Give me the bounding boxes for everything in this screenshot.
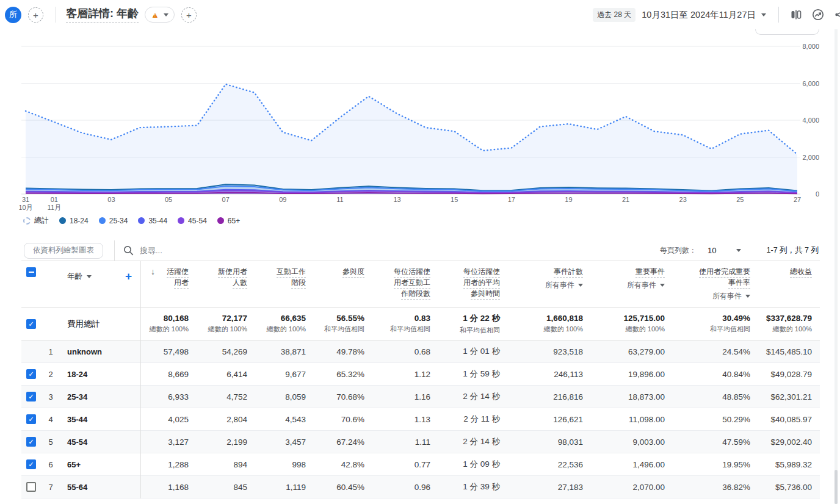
column-header-5[interactable]: 每位活躍使用者互動工作階段數 [365, 261, 431, 300]
row-metric-9: 40.84% [665, 370, 751, 379]
column-header-8[interactable]: 重要事件所有事件 [584, 261, 665, 290]
column-header-6[interactable]: 每位活躍使用者的平均參與時間 [431, 261, 501, 300]
chart-legend: 總計18-2425-3435-4445-5465+ [23, 215, 240, 226]
row-metric-9: 47.59% [665, 437, 751, 447]
account-badge[interactable]: 所 [5, 7, 21, 23]
row-metric-5: 0.96 [365, 483, 431, 492]
page-title[interactable]: 客層詳情: 年齡 [66, 6, 139, 23]
chart-plot-area[interactable] [0, 29, 840, 206]
event-filter-dropdown[interactable]: 所有事件 [584, 280, 665, 290]
column-header-1[interactable]: ↓活躍使用者 [140, 261, 189, 289]
row-dimension-value[interactable]: 18-24 [60, 370, 140, 379]
dimension-chevron-icon[interactable] [87, 275, 92, 278]
column-header-text: 作階段數 [401, 289, 430, 300]
row-metric-5: 1.13 [365, 415, 431, 424]
rows-per-page-value[interactable]: 10 [708, 246, 716, 255]
data-quality-warning-button[interactable] [145, 7, 175, 23]
ga4-report-screen: 所 客層詳情: 年齡 過去 28 天 10月31日至 2024年11月27日 [0, 0, 840, 504]
row-dimension-value[interactable]: 55-64 [60, 483, 140, 492]
row-dimension-value[interactable]: 35-44 [60, 415, 140, 424]
row-checkbox[interactable] [26, 414, 36, 424]
insights-icon[interactable] [811, 8, 825, 21]
row-metric-6: 2 分 14 秒 [431, 436, 501, 447]
event-filter-dropdown[interactable]: 所有事件 [501, 280, 583, 290]
row-checkbox-cell[interactable] [21, 453, 41, 475]
row-metric-3: 9,677 [248, 370, 306, 379]
row-metric-4: 49.78% [306, 347, 365, 356]
totals-checkbox[interactable] [26, 319, 36, 329]
event-filter-dropdown[interactable]: 所有事件 [665, 291, 750, 301]
row-checkbox-cell[interactable] [21, 476, 41, 498]
column-header-2[interactable]: 新使用者人數 [189, 261, 248, 289]
totals-subtext: 總數的 100% [248, 325, 306, 334]
column-header-9[interactable]: 使用者完成重要事件率所有事件 [665, 261, 751, 301]
search-icon [123, 245, 134, 256]
row-checkbox[interactable] [26, 482, 36, 492]
pagination-status: 1-7 列，共 7 列 [767, 245, 819, 256]
legend-item-35-44[interactable]: 35-44 [138, 217, 167, 225]
select-all-checkbox[interactable] [26, 267, 36, 277]
totals-label-cell: 費用總計 [60, 319, 140, 329]
date-chevron-down-icon[interactable] [761, 13, 766, 16]
totals-subtext: 總數的 100% [584, 325, 665, 334]
row-metric-10: $49,028.79 [751, 370, 820, 379]
column-header-10[interactable]: 總收益 [751, 261, 820, 278]
row-metric-7: 98,031 [501, 437, 584, 447]
column-header-3[interactable]: 互動工作階段 [248, 261, 306, 289]
dimension-header-label[interactable]: 年齡 [67, 272, 82, 282]
event-filter-chevron-icon [660, 284, 665, 287]
row-dimension-value[interactable]: 65+ [60, 460, 140, 469]
date-range-text[interactable]: 10月31日至 2024年11月27日 [642, 9, 756, 21]
totals-subtext: 和平均值相同 [665, 325, 750, 334]
totals-checkbox-cell [21, 308, 41, 340]
row-checkbox-cell[interactable] [21, 363, 41, 385]
add-filter-icon[interactable] [181, 7, 197, 23]
rows-per-page-chevron-icon[interactable] [736, 249, 741, 252]
scrollbar-thumb[interactable] [835, 470, 838, 504]
row-metric-9: 19.95% [665, 460, 751, 469]
select-all-cell [21, 261, 41, 307]
totals-value: 72,177 [189, 314, 247, 323]
sort-desc-arrow-icon[interactable]: ↓ [151, 267, 155, 277]
date-preset-chip[interactable]: 過去 28 天 [593, 8, 635, 22]
x-tick-label: 17 [492, 196, 531, 204]
add-comparison-icon[interactable] [28, 7, 43, 23]
legend-label: 18-24 [70, 217, 89, 225]
event-filter-chevron-icon [578, 284, 583, 287]
legend-item-18-24[interactable]: 18-24 [59, 217, 89, 225]
legend-item-25-34[interactable]: 25-34 [99, 217, 128, 225]
table-row: 218-248,6696,4149,67765.32%1.121 分 59 秒2… [21, 363, 820, 386]
row-checkbox-cell[interactable] [21, 386, 41, 408]
add-secondary-dimension-button[interactable] [125, 271, 132, 282]
row-checkbox[interactable] [26, 369, 36, 379]
totals-value: 0.83 [365, 314, 430, 323]
row-metric-6: 2 分 14 秒 [431, 391, 501, 402]
row-number: 5 [41, 437, 60, 447]
row-dimension-value[interactable]: 45-54 [60, 437, 140, 447]
row-checkbox-cell[interactable] [21, 408, 41, 430]
row-metric-2: 6,414 [189, 370, 248, 379]
comparison-icon[interactable] [790, 9, 802, 21]
scrollbar-track[interactable] [835, 29, 838, 504]
column-header-4[interactable]: 參與度 [306, 261, 365, 278]
row-checkbox[interactable] [26, 459, 36, 469]
legend-item-45-54[interactable]: 45-54 [178, 217, 207, 225]
row-dimension-value[interactable]: 25-34 [60, 392, 140, 401]
legend-item-總計[interactable]: 總計 [23, 215, 49, 226]
row-number: 3 [41, 392, 60, 401]
row-metric-6: 1 分 59 秒 [431, 369, 501, 380]
legend-label: 總計 [34, 215, 49, 226]
search-input[interactable] [140, 246, 335, 255]
legend-item-65+[interactable]: 65+ [217, 217, 240, 225]
row-checkbox[interactable] [26, 392, 36, 401]
share-icon[interactable] [834, 9, 840, 21]
row-dimension-value[interactable]: unknown [60, 347, 140, 356]
table-column-divider [140, 261, 141, 499]
chart-granularity-button-partial[interactable] [755, 29, 819, 35]
row-checkbox-cell[interactable] [21, 431, 41, 453]
row-checkbox[interactable] [26, 437, 36, 447]
column-header-7[interactable]: 事件計數所有事件 [501, 261, 584, 290]
dimension-header[interactable]: 年齡 [60, 261, 140, 282]
plot-rows-button[interactable]: 依資料列繪製圖表 [24, 243, 103, 259]
row-metric-2: 2,804 [189, 415, 248, 424]
